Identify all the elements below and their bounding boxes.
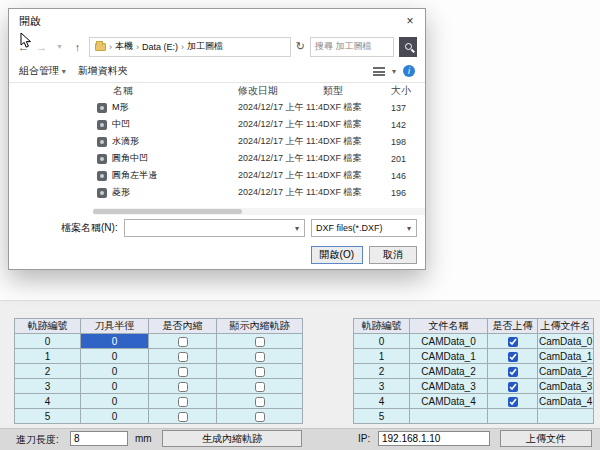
upload-name-cell[interactable]: CamData_2 [538,364,594,379]
tool-radius-cell[interactable]: 0 [81,409,149,424]
filename-combobox[interactable]: ▾ [124,219,305,237]
file-row[interactable]: 水滴形2024/12/17 上午 11:44DXF 檔案198 [93,133,425,150]
inset-checkbox[interactable] [178,367,188,377]
upload-flag-cell[interactable] [488,409,538,424]
col-header-name[interactable]: 名稱 [93,84,238,98]
track-id-cell[interactable]: 5 [15,409,81,424]
refresh-icon[interactable]: ↻ [296,40,305,53]
file-row[interactable]: 圓角左半邊2024/12/17 上午 11:44DXF 檔案146 [93,167,425,184]
tool-radius-cell[interactable]: 0 [81,364,149,379]
track-id-cell[interactable]: 1 [15,349,81,364]
show-inset-checkbox[interactable] [255,337,265,347]
track-id-cell[interactable]: 3 [354,379,410,394]
track-id-cell[interactable]: 3 [15,379,81,394]
track-id-cell[interactable]: 2 [354,364,410,379]
up-icon[interactable]: ↑ [71,41,84,53]
upload-flag-cell[interactable] [488,334,538,349]
generate-inset-button[interactable]: 生成內縮軌跡 [162,430,302,447]
show-inset-checkbox[interactable] [255,397,265,407]
inset-cell[interactable] [149,334,217,349]
upload-name-cell[interactable]: CamData_0 [538,334,594,349]
chevron-down-icon[interactable]: ▾ [392,67,396,76]
tool-radius-cell[interactable]: 0 [81,334,149,349]
upload-flag-cell[interactable] [488,379,538,394]
upload-flag-cell[interactable] [488,349,538,364]
scrollbar-thumb[interactable] [93,209,242,214]
inset-checkbox[interactable] [178,382,188,392]
view-options-icon[interactable] [373,67,385,76]
track-id-cell[interactable]: 0 [15,334,81,349]
file-row[interactable]: 圓角中凹2024/12/17 上午 11:45DXF 檔案201 [93,150,425,167]
inset-cell[interactable] [149,394,217,409]
ip-input[interactable] [378,431,490,446]
col-header-date[interactable]: 修改日期 [238,84,323,98]
tool-radius-cell[interactable]: 0 [81,379,149,394]
show-inset-cell[interactable] [217,394,303,409]
show-inset-cell[interactable] [217,349,303,364]
cam-file-cell[interactable]: CAMData_1 [410,349,488,364]
track-id-cell[interactable]: 0 [354,334,410,349]
track-id-cell[interactable]: 5 [354,409,410,424]
inset-checkbox[interactable] [178,337,188,347]
upload-checkbox[interactable] [508,397,518,407]
show-inset-checkbox[interactable] [255,367,265,377]
feed-length-input[interactable] [70,431,128,446]
upload-flag-cell[interactable] [488,394,538,409]
forward-icon[interactable]: → [35,41,48,53]
show-inset-checkbox[interactable] [255,382,265,392]
track-id-cell[interactable]: 4 [354,394,410,409]
breadcrumb[interactable]: › 本機 › Data (E:) › 加工圖檔 [89,37,291,57]
organize-button[interactable]: 組合管理 ▾ [19,64,66,78]
show-inset-cell[interactable] [217,379,303,394]
upload-name-cell[interactable] [538,409,594,424]
breadcrumb-item-drive[interactable]: Data (E:) [142,42,178,52]
inset-cell[interactable] [149,364,217,379]
cam-file-cell[interactable]: CAMData_4 [410,394,488,409]
inset-checkbox[interactable] [178,352,188,362]
chevron-down-icon[interactable]: ▾ [402,224,416,233]
inset-cell[interactable] [149,409,217,424]
inset-checkbox[interactable] [178,412,188,422]
new-folder-button[interactable]: 新增資料夾 [78,64,128,78]
upload-name-cell[interactable]: CamData_4 [538,394,594,409]
open-button[interactable]: 開啟(O) [311,246,363,264]
upload-checkbox[interactable] [508,382,518,392]
inset-checkbox[interactable] [178,397,188,407]
filetype-select[interactable]: DXF files(*.DXF) ▾ [311,219,417,237]
file-row[interactable]: M形2024/12/17 上午 11:45DXF 檔案137 [93,99,425,116]
cam-file-cell[interactable]: CAMData_2 [410,364,488,379]
breadcrumb-item-folder[interactable]: 加工圖檔 [187,40,223,53]
track-id-cell[interactable]: 4 [15,394,81,409]
inset-cell[interactable] [149,379,217,394]
inset-cell[interactable] [149,349,217,364]
tool-radius-cell[interactable]: 0 [81,394,149,409]
upload-checkbox[interactable] [508,352,518,362]
col-header-size[interactable]: 大小 [391,84,425,98]
track-id-cell[interactable]: 2 [15,364,81,379]
cam-file-cell[interactable] [410,409,488,424]
search-input[interactable]: 搜尋 加工圖檔 [310,37,394,57]
show-inset-cell[interactable] [217,409,303,424]
show-inset-checkbox[interactable] [255,412,265,422]
breadcrumb-item-computer[interactable]: 本機 [115,40,133,53]
file-row[interactable]: 中凹2024/12/17 上午 11:45DXF 檔案142 [93,116,425,133]
dialog-title-bar[interactable]: 開啟 × [9,9,425,33]
upload-file-button[interactable]: 上傳文件 [500,430,592,447]
file-row[interactable]: 菱形2024/12/17 上午 11:44DXF 檔案196 [93,184,425,201]
show-inset-cell[interactable] [217,334,303,349]
close-icon[interactable]: × [395,9,425,33]
chevron-down-icon[interactable]: ▾ [290,224,304,233]
upload-checkbox[interactable] [508,337,518,347]
upload-flag-cell[interactable] [488,364,538,379]
tool-radius-cell[interactable]: 0 [81,349,149,364]
horizontal-scrollbar[interactable] [93,208,425,215]
upload-name-cell[interactable]: CamData_1 [538,349,594,364]
cam-file-cell[interactable]: CAMData_3 [410,379,488,394]
show-inset-cell[interactable] [217,364,303,379]
info-icon[interactable]: i [403,65,415,77]
search-button[interactable] [399,37,417,57]
cam-file-cell[interactable]: CAMData_0 [410,334,488,349]
show-inset-checkbox[interactable] [255,352,265,362]
recent-locations-icon[interactable]: ▾ [53,42,66,51]
upload-checkbox[interactable] [508,367,518,377]
